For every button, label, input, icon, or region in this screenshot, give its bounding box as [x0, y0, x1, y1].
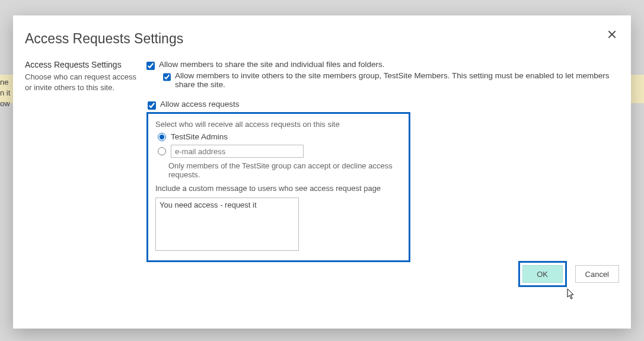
access-requests-highlight: Select who will receive all access reque… [146, 112, 410, 262]
allow-requests-checkbox[interactable] [148, 101, 156, 110]
custom-message-textarea[interactable] [155, 197, 299, 251]
allow-requests-label: Allow access requests [160, 100, 240, 109]
option-admins-radio[interactable] [158, 133, 166, 141]
close-icon[interactable] [606, 28, 618, 40]
email-input[interactable] [171, 145, 304, 158]
allow-share-label: Allow members to share the site and indi… [159, 60, 384, 69]
custom-message-label: Include a custom message to users who se… [155, 184, 401, 193]
cancel-button[interactable]: Cancel [575, 265, 619, 283]
allow-invite-label: Allow members to invite others to the si… [175, 71, 616, 89]
allow-share-checkbox[interactable] [146, 62, 155, 70]
allow-invite-checkbox[interactable] [163, 73, 171, 81]
bg-clipped-text: ne n it ow [0, 77, 10, 110]
ok-highlight: OK [518, 261, 567, 287]
dialog-sidebar: Access Requests Settings Choose who can … [25, 60, 146, 262]
dialog-main: Allow members to share the site and indi… [146, 60, 616, 262]
option-email-radio[interactable] [158, 147, 166, 155]
receiver-prompt: Select who will receive all access reque… [155, 120, 401, 129]
sidebar-heading: Access Requests Settings [25, 60, 142, 69]
option-admins-label: TestSite Admins [171, 132, 228, 141]
ok-button[interactable]: OK [522, 265, 563, 283]
dialog-footer: OK Cancel [518, 261, 619, 287]
accept-note: Only members of the TestSite group can a… [168, 161, 401, 179]
access-requests-dialog: Access Requests Settings Access Requests… [13, 15, 631, 329]
sidebar-description: Choose who can request access or invite … [25, 72, 142, 93]
cursor-icon [567, 288, 575, 300]
dialog-title: Access Requests Settings [25, 31, 616, 47]
